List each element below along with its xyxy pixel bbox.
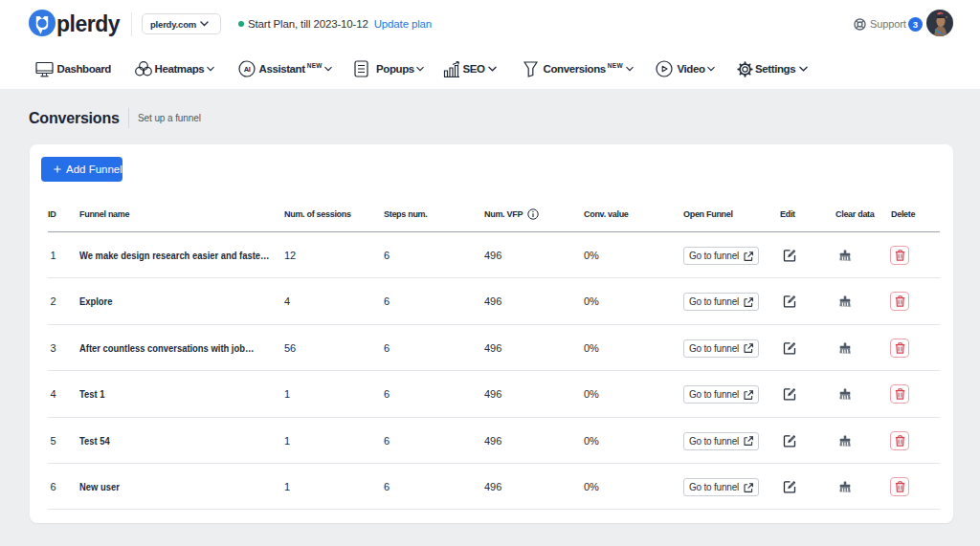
svg-text:AI: AI — [243, 65, 250, 74]
